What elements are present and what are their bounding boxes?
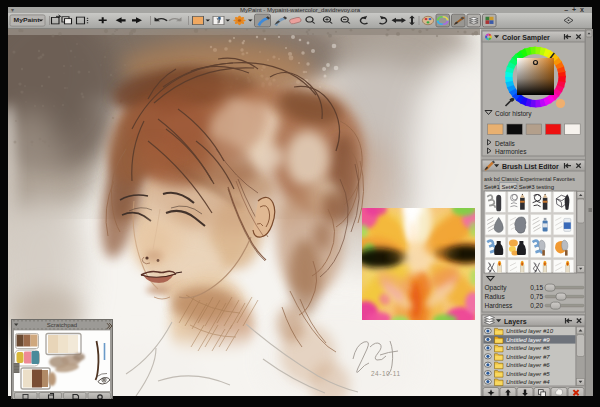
svg-text:Untitled layer #10: Untitled layer #10 xyxy=(506,328,554,334)
svg-text:Layers: Layers xyxy=(504,318,527,326)
svg-text:Details: Details xyxy=(495,140,516,147)
svg-text:ask bd Classic Experimental Fa: ask bd Classic Experimental Favorites xyxy=(484,175,575,182)
svg-text:Opacity: Opacity xyxy=(485,284,508,292)
svg-text:Radius: Radius xyxy=(485,293,506,300)
svg-text:Untitled layer #6: Untitled layer #6 xyxy=(506,362,550,368)
svg-text:Untitled layer #7: Untitled layer #7 xyxy=(506,354,550,360)
svg-text:Untitled layer #8: Untitled layer #8 xyxy=(506,345,550,351)
svg-text:Color Sampler: Color Sampler xyxy=(502,34,550,42)
svg-text:Color history: Color history xyxy=(495,110,532,118)
svg-text:Harmonies: Harmonies xyxy=(495,148,527,155)
svg-text:Scratchpad: Scratchpad xyxy=(47,322,77,328)
svg-text:0,15: 0,15 xyxy=(530,284,543,291)
svg-text:Brush List Editor: Brush List Editor xyxy=(502,163,559,170)
svg-text:Untitled layer #4: Untitled layer #4 xyxy=(506,379,550,385)
svg-text:0,75: 0,75 xyxy=(530,293,543,300)
svg-text:Untitled layer #5: Untitled layer #5 xyxy=(506,371,550,377)
svg-text:MyPaint: MyPaint xyxy=(14,18,40,23)
svg-text:24-10-11: 24-10-11 xyxy=(371,370,401,377)
svg-text:Hardness: Hardness xyxy=(485,302,514,309)
svg-text:Set#1 Set#2 Set#3 testing: Set#1 Set#2 Set#3 testing xyxy=(484,183,555,190)
svg-text:Untitled layer #9: Untitled layer #9 xyxy=(506,337,550,343)
svg-text:0,20: 0,20 xyxy=(530,302,543,309)
